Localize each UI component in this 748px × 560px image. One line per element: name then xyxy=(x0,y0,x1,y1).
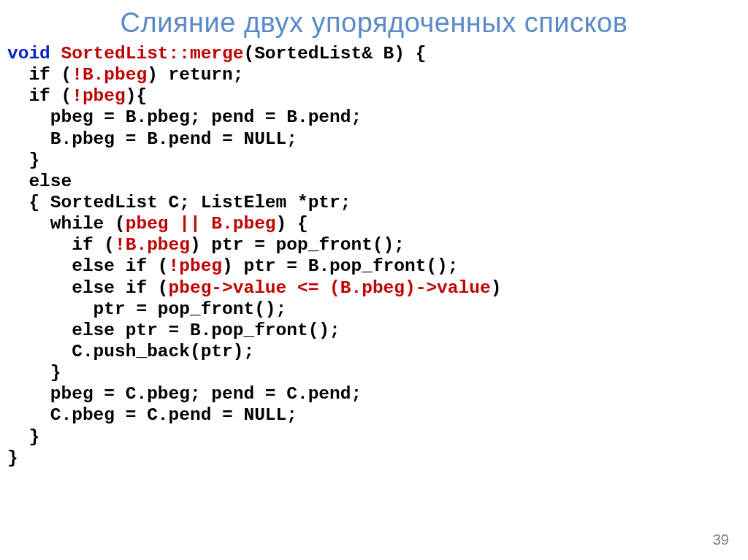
code-text: } xyxy=(7,448,18,468)
code-em: pbeg->value <= (B.pbeg)->value xyxy=(169,278,491,298)
page-number: 39 xyxy=(713,532,729,548)
code-text: if ( xyxy=(7,235,115,255)
code-text: ptr = pop_front(); xyxy=(7,299,286,319)
code-text: } xyxy=(7,363,61,383)
code-text: (SortedList& B) { xyxy=(243,44,426,64)
code-text: C.push_back(ptr); xyxy=(7,342,254,361)
code-text: ) xyxy=(491,278,502,298)
code-text: else xyxy=(7,172,72,191)
code-em: pbeg || B.pbeg xyxy=(126,214,276,234)
code-text: while ( xyxy=(7,214,126,234)
code-text: else if ( xyxy=(7,278,169,298)
code-text: B.pbeg = B.pend = NULL; xyxy=(7,129,297,149)
code-text: ) { xyxy=(276,214,308,234)
code-text: } xyxy=(7,427,39,447)
slide: Слияние двух упорядоченных списков void … xyxy=(0,0,748,560)
code-em: SortedList::merge xyxy=(61,44,244,64)
code-em: !B.pbeg xyxy=(72,65,147,85)
code-kw: void xyxy=(7,44,61,64)
code-text: else ptr = B.pop_front(); xyxy=(7,321,340,340)
code-text: } xyxy=(7,150,39,170)
code-text: pbeg = B.pbeg; pend = B.pend; xyxy=(7,107,362,127)
code-text: ) return; xyxy=(147,65,243,85)
code-text: else if ( xyxy=(7,256,169,276)
code-text: ) ptr = B.pop_front(); xyxy=(222,256,458,276)
code-block: void SortedList::merge(SortedList& B) { … xyxy=(0,43,748,469)
code-text: if ( xyxy=(7,65,72,85)
code-em: !pbeg xyxy=(72,86,126,106)
code-text: ){ xyxy=(126,86,147,106)
code-text: C.pbeg = C.pend = NULL; xyxy=(7,405,297,425)
code-text: if ( xyxy=(7,86,72,106)
code-text: pbeg = C.pbeg; pend = C.pend; xyxy=(7,384,362,404)
code-text: { SortedList C; ListElem *ptr; xyxy=(7,193,351,212)
code-em: !pbeg xyxy=(169,256,223,276)
code-text: ) ptr = pop_front(); xyxy=(190,235,405,255)
slide-title: Слияние двух упорядоченных списков xyxy=(0,0,748,43)
code-em: !B.pbeg xyxy=(115,235,190,255)
